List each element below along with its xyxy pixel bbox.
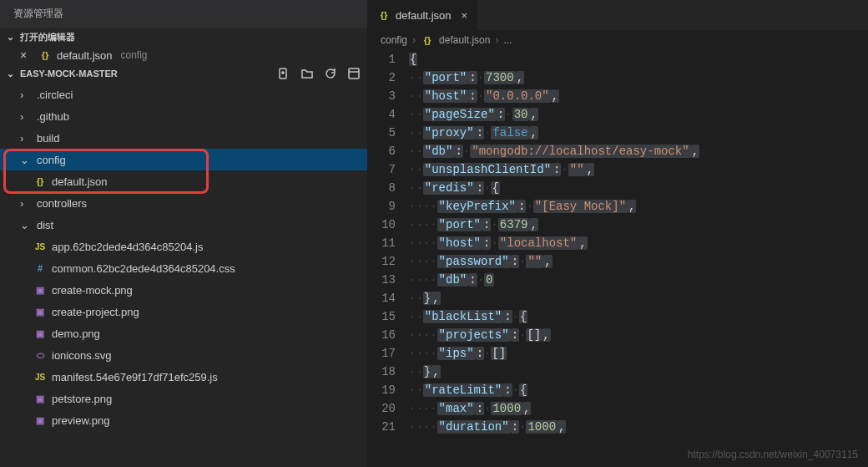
image-icon: ▣ xyxy=(33,327,47,340)
breadcrumb-segment[interactable]: ... xyxy=(503,34,512,46)
tree-item-label: dist xyxy=(37,219,53,231)
editor-area: {} default.json × config › {} default.js… xyxy=(367,0,868,467)
tree-item-label: create-project.png xyxy=(52,306,139,318)
file-item[interactable]: ▣create-mock.png xyxy=(0,279,367,301)
file-item[interactable]: ▣petstore.png xyxy=(0,388,367,409)
json-icon: {} xyxy=(38,48,52,62)
tab-default-json[interactable]: {} default.json × xyxy=(367,0,478,30)
chevron-down-icon: ⌄ xyxy=(7,32,20,43)
tree-item-label: app.62bc2dede4d364c85204.js xyxy=(52,241,203,253)
image-icon: ▣ xyxy=(33,414,47,427)
tree-item-label: create-mock.png xyxy=(52,284,133,297)
json-icon: {} xyxy=(33,175,47,188)
collapse-icon[interactable] xyxy=(347,67,361,80)
folder-item[interactable]: ›.github xyxy=(0,105,367,127)
chevron-right-icon: › xyxy=(20,132,32,145)
file-item[interactable]: JSapp.62bc2dede4d364c85204.js xyxy=(0,236,367,257)
folder-item[interactable]: ›controllers xyxy=(0,192,367,214)
tree-item-label: config xyxy=(37,154,66,166)
refresh-icon[interactable] xyxy=(324,67,337,80)
chevron-down-icon: ⌄ xyxy=(20,154,32,166)
css-icon: # xyxy=(33,261,47,275)
tree-item-label: .circleci xyxy=(37,89,73,101)
close-icon[interactable]: × xyxy=(462,9,468,22)
open-editors-header[interactable]: ⌄ 打开的编辑器 xyxy=(0,28,367,47)
chevron-right-icon: › xyxy=(20,89,32,101)
chevron-right-icon: › xyxy=(20,197,32,210)
file-tree: ›.circleci›.github›build⌄config{}default… xyxy=(0,84,367,467)
chevron-right-icon: › xyxy=(495,34,498,46)
chevron-right-icon: › xyxy=(412,34,416,46)
tree-item-label: manifest.54e67e9f17df71efc259.js xyxy=(52,371,218,383)
open-editors-label: 打开的编辑器 xyxy=(20,31,75,43)
gutter: 123456789101112131415161718192021 xyxy=(367,50,409,467)
breadcrumb-segment[interactable]: default.json xyxy=(439,34,490,46)
json-icon: {} xyxy=(421,33,434,47)
new-folder-icon[interactable] xyxy=(300,67,314,80)
breadcrumb[interactable]: config › {} default.json › ... xyxy=(367,30,868,50)
project-name: EASY-MOCK-MASTER xyxy=(20,69,118,79)
project-header[interactable]: ⌄ EASY-MOCK-MASTER xyxy=(0,63,367,84)
file-item[interactable]: JSmanifest.54e67e9f17df71efc259.js xyxy=(0,366,367,388)
watermark: https://blog.csdn.net/weixin_40073115 xyxy=(688,449,858,460)
tree-item-label: preview.png xyxy=(52,414,109,427)
chevron-down-icon: ⌄ xyxy=(7,69,20,79)
open-editor-filename: default.json xyxy=(57,49,113,62)
tree-item-label: petstore.png xyxy=(52,393,112,405)
file-item[interactable]: {}default.json xyxy=(0,170,367,192)
tree-item-label: build xyxy=(37,132,59,145)
tab-label: default.json xyxy=(396,9,452,22)
file-item[interactable]: ▣demo.png xyxy=(0,322,367,344)
close-icon[interactable]: × xyxy=(20,48,33,62)
explorer-title: 资源管理器 xyxy=(0,0,367,28)
breadcrumb-segment[interactable]: config xyxy=(381,34,407,46)
svg-icon: ⬭ xyxy=(33,348,47,362)
tree-item-label: .github xyxy=(37,110,69,123)
new-file-icon[interactable] xyxy=(277,67,290,80)
tree-item-label: ionicons.svg xyxy=(52,349,112,362)
code-editor[interactable]: 123456789101112131415161718192021 {··"po… xyxy=(367,50,868,467)
tree-item-label: controllers xyxy=(37,197,87,210)
image-icon: ▣ xyxy=(33,392,47,405)
open-editor-item[interactable]: × {} default.json config xyxy=(0,47,367,63)
svg-rect-3 xyxy=(349,69,359,79)
tree-item-label: demo.png xyxy=(52,327,100,340)
chevron-right-icon: › xyxy=(20,110,32,123)
project-actions xyxy=(277,67,361,80)
file-item[interactable]: ⬭ionicons.svg xyxy=(0,344,367,366)
image-icon: ▣ xyxy=(33,305,47,318)
code-content[interactable]: {··"port":·7300,··"host":·"0.0.0.0",··"p… xyxy=(409,50,868,467)
image-icon: ▣ xyxy=(33,283,47,297)
tree-item-label: common.62bc2dede4d364c85204.css xyxy=(52,262,235,275)
open-editor-path: config xyxy=(121,49,148,61)
file-item[interactable]: ▣create-project.png xyxy=(0,301,367,322)
explorer-sidebar: 资源管理器 ⌄ 打开的编辑器 × {} default.json config … xyxy=(0,0,367,467)
tree-item-label: default.json xyxy=(52,175,108,188)
tab-bar: {} default.json × xyxy=(367,0,868,30)
file-item[interactable]: ▣preview.png xyxy=(0,409,367,431)
folder-item[interactable]: ⌄dist xyxy=(0,214,367,236)
js-icon: JS xyxy=(33,240,47,253)
chevron-down-icon: ⌄ xyxy=(20,219,32,231)
folder-item[interactable]: ⌄config xyxy=(0,149,367,170)
file-item[interactable]: #common.62bc2dede4d364c85204.css xyxy=(0,257,367,279)
json-icon: {} xyxy=(377,8,391,22)
folder-item[interactable]: ›.circleci xyxy=(0,84,367,105)
folder-item[interactable]: ›build xyxy=(0,127,367,149)
js-icon: JS xyxy=(33,370,47,383)
